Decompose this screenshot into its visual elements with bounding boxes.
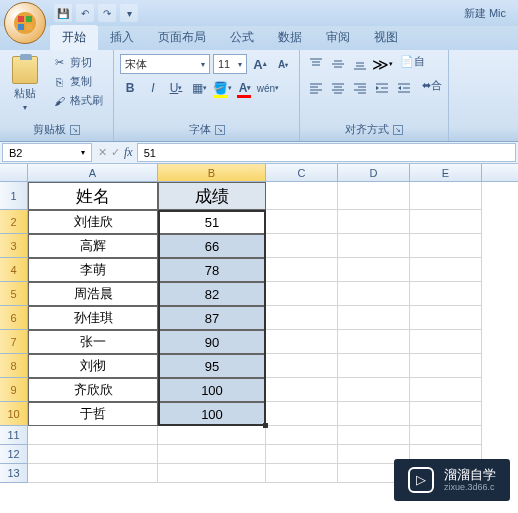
cell-B3[interactable]: 66 bbox=[158, 234, 266, 258]
col-header-A[interactable]: A bbox=[28, 164, 158, 181]
cell-A11[interactable] bbox=[28, 426, 158, 445]
cell-B7[interactable]: 90 bbox=[158, 330, 266, 354]
cell-B5[interactable]: 82 bbox=[158, 282, 266, 306]
cell-D6[interactable] bbox=[338, 306, 410, 330]
tab-home[interactable]: 开始 bbox=[50, 25, 98, 50]
cell-B9[interactable]: 100 bbox=[158, 378, 266, 402]
decrease-font-button[interactable]: A▾ bbox=[273, 54, 293, 74]
cell-B1[interactable]: 成绩 bbox=[158, 182, 266, 210]
cell-B8[interactable]: 95 bbox=[158, 354, 266, 378]
merge-button[interactable]: ⬌合 bbox=[422, 78, 442, 98]
cell-E2[interactable] bbox=[410, 210, 482, 234]
cell-B10[interactable]: 100 bbox=[158, 402, 266, 426]
cell-E8[interactable] bbox=[410, 354, 482, 378]
cell-B4[interactable]: 78 bbox=[158, 258, 266, 282]
font-name-combo[interactable]: 宋体▾ bbox=[120, 54, 210, 74]
orientation-button[interactable]: ≫▾ bbox=[372, 54, 392, 74]
border-button[interactable]: ▦▾ bbox=[189, 78, 209, 98]
align-left-button[interactable] bbox=[306, 78, 326, 98]
decrease-indent-button[interactable] bbox=[372, 78, 392, 98]
row-header-7[interactable]: 7 bbox=[0, 330, 28, 354]
cell-D7[interactable] bbox=[338, 330, 410, 354]
cell-D3[interactable] bbox=[338, 234, 410, 258]
save-icon[interactable]: 💾 bbox=[54, 4, 72, 22]
cell-A10[interactable]: 于哲 bbox=[28, 402, 158, 426]
fill-color-button[interactable]: 🪣▾ bbox=[212, 78, 232, 98]
cell-E11[interactable] bbox=[410, 426, 482, 445]
align-bottom-button[interactable] bbox=[350, 54, 370, 74]
font-size-combo[interactable]: 11▾ bbox=[213, 54, 247, 74]
cell-E5[interactable] bbox=[410, 282, 482, 306]
font-color-button[interactable]: A▾ bbox=[235, 78, 255, 98]
row-header-10[interactable]: 10 bbox=[0, 402, 28, 426]
redo-icon[interactable]: ↷ bbox=[98, 4, 116, 22]
cell-C7[interactable] bbox=[266, 330, 338, 354]
cell-A2[interactable]: 刘佳欣 bbox=[28, 210, 158, 234]
cell-A6[interactable]: 孙佳琪 bbox=[28, 306, 158, 330]
increase-font-button[interactable]: A▴ bbox=[250, 54, 270, 74]
office-button[interactable] bbox=[4, 2, 46, 44]
row-header-2[interactable]: 2 bbox=[0, 210, 28, 234]
cancel-icon[interactable]: ✕ bbox=[98, 146, 107, 159]
cell-E7[interactable] bbox=[410, 330, 482, 354]
row-header-1[interactable]: 1 bbox=[0, 182, 28, 210]
cell-D8[interactable] bbox=[338, 354, 410, 378]
cell-D5[interactable] bbox=[338, 282, 410, 306]
cell-A3[interactable]: 高辉 bbox=[28, 234, 158, 258]
cell-C9[interactable] bbox=[266, 378, 338, 402]
cell-B13[interactable] bbox=[158, 464, 266, 483]
qat-customize-icon[interactable]: ▾ bbox=[120, 4, 138, 22]
cell-A9[interactable]: 齐欣欣 bbox=[28, 378, 158, 402]
underline-button[interactable]: U▾ bbox=[166, 78, 186, 98]
cell-D2[interactable] bbox=[338, 210, 410, 234]
phonetic-button[interactable]: wén▾ bbox=[258, 78, 278, 98]
tab-review[interactable]: 审阅 bbox=[314, 25, 362, 50]
align-top-button[interactable] bbox=[306, 54, 326, 74]
tab-insert[interactable]: 插入 bbox=[98, 25, 146, 50]
increase-indent-button[interactable] bbox=[394, 78, 414, 98]
alignment-launcher-icon[interactable]: ↘ bbox=[393, 125, 403, 135]
align-center-button[interactable] bbox=[328, 78, 348, 98]
cell-C3[interactable] bbox=[266, 234, 338, 258]
align-right-button[interactable] bbox=[350, 78, 370, 98]
col-header-B[interactable]: B bbox=[158, 164, 266, 181]
select-all-corner[interactable] bbox=[0, 164, 28, 181]
cell-C2[interactable] bbox=[266, 210, 338, 234]
name-box[interactable]: B2▾ bbox=[2, 143, 92, 162]
tab-page-layout[interactable]: 页面布局 bbox=[146, 25, 218, 50]
align-middle-button[interactable] bbox=[328, 54, 348, 74]
cell-E10[interactable] bbox=[410, 402, 482, 426]
cell-D4[interactable] bbox=[338, 258, 410, 282]
formula-input[interactable]: 51 bbox=[137, 143, 516, 162]
col-header-E[interactable]: E bbox=[410, 164, 482, 181]
wrap-text-button[interactable]: 📄自 bbox=[400, 54, 425, 74]
font-launcher-icon[interactable]: ↘ bbox=[215, 125, 225, 135]
row-header-4[interactable]: 4 bbox=[0, 258, 28, 282]
cell-D11[interactable] bbox=[338, 426, 410, 445]
italic-button[interactable]: I bbox=[143, 78, 163, 98]
tab-view[interactable]: 视图 bbox=[362, 25, 410, 50]
bold-button[interactable]: B bbox=[120, 78, 140, 98]
row-header-3[interactable]: 3 bbox=[0, 234, 28, 258]
cell-C6[interactable] bbox=[266, 306, 338, 330]
col-header-D[interactable]: D bbox=[338, 164, 410, 181]
cell-C5[interactable] bbox=[266, 282, 338, 306]
cell-C1[interactable] bbox=[266, 182, 338, 210]
cut-button[interactable]: ✂剪切 bbox=[48, 54, 107, 71]
cell-A7[interactable]: 张一 bbox=[28, 330, 158, 354]
cell-E3[interactable] bbox=[410, 234, 482, 258]
cell-B6[interactable]: 87 bbox=[158, 306, 266, 330]
row-header-11[interactable]: 11 bbox=[0, 426, 28, 445]
copy-button[interactable]: ⎘复制 bbox=[48, 73, 107, 90]
tab-data[interactable]: 数据 bbox=[266, 25, 314, 50]
format-painter-button[interactable]: 🖌格式刷 bbox=[48, 92, 107, 109]
row-header-12[interactable]: 12 bbox=[0, 445, 28, 464]
row-header-5[interactable]: 5 bbox=[0, 282, 28, 306]
paste-button[interactable]: 粘贴 ▾ bbox=[6, 54, 44, 114]
row-header-9[interactable]: 9 bbox=[0, 378, 28, 402]
cell-E9[interactable] bbox=[410, 378, 482, 402]
cell-A5[interactable]: 周浩晨 bbox=[28, 282, 158, 306]
cell-C12[interactable] bbox=[266, 445, 338, 464]
cell-D10[interactable] bbox=[338, 402, 410, 426]
cell-A13[interactable] bbox=[28, 464, 158, 483]
